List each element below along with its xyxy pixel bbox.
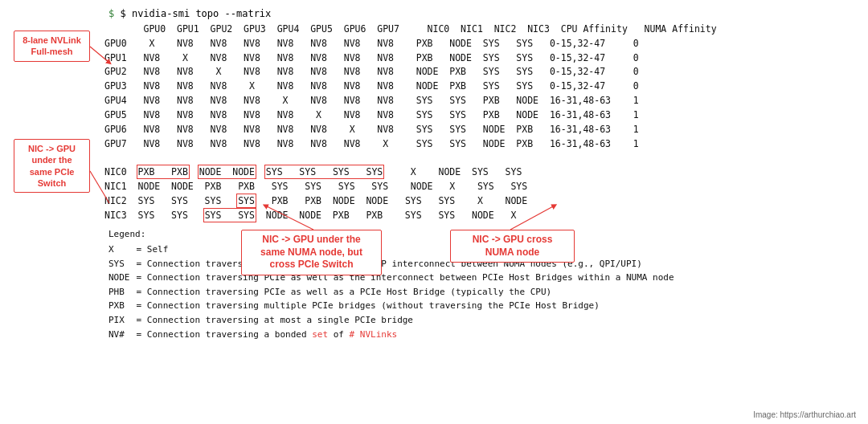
nic-gpu-numa-annotation: NIC -> GPU under the same NUMA node, but… — [241, 230, 382, 275]
command-text: $ nvidia-smi topo --matrix — [120, 8, 271, 19]
nic-gpu-pcie-annotation: NIC -> GPU under the same PCIe Switch — [14, 139, 90, 193]
content-area: 8-lane NVLink Full-mesh NIC -> GPU under… — [12, 22, 856, 222]
legend-item-phb: PHB = Connection traversing PCIe as well… — [108, 285, 856, 300]
command-line: $ $ nvidia-smi topo --matrix — [108, 8, 856, 19]
command-prompt: $ — [108, 8, 114, 19]
image-credit: Image: https://arthurchiao.art — [753, 410, 856, 419]
legend-item-pix: PIX = Connection traversing at most a si… — [108, 313, 856, 328]
legend-item-pxb: PXB = Connection traversing multiple PCI… — [108, 299, 856, 313]
main-container: $ $ nvidia-smi topo --matrix 8-lane NVLi… — [0, 0, 868, 424]
topo-output: GPU0 GPU1 GPU2 GPU3 GPU4 GPU5 GPU6 GPU7 … — [104, 22, 856, 222]
main-table-area: GPU0 GPU1 GPU2 GPU3 GPU4 GPU5 GPU6 GPU7 … — [104, 22, 856, 222]
legend-item-node: NODE = Connection traversing PCIe as wel… — [108, 271, 856, 285]
nvlink-annotation: 8-lane NVLink Full-mesh — [14, 31, 90, 62]
annotation-left: 8-lane NVLink Full-mesh NIC -> GPU under… — [12, 22, 104, 222]
nic-gpu-cross-annotation: NIC -> GPU cross NUMA node — [450, 230, 575, 263]
legend-item-nv: NV# = Connection traversing a bonded set… — [108, 328, 856, 342]
